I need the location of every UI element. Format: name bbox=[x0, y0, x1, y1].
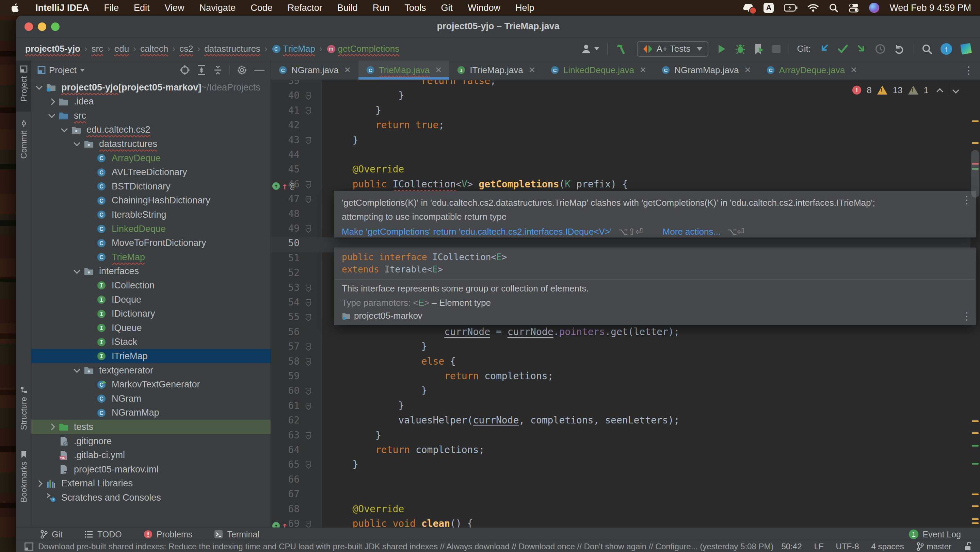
breadcrumb-item-caltech[interactable]: caltech bbox=[140, 44, 168, 54]
coverage-button[interactable] bbox=[754, 43, 764, 55]
stripe-mark[interactable] bbox=[972, 522, 978, 524]
close-tab-icon[interactable]: ✕ bbox=[744, 65, 751, 75]
tab-list-menu-icon[interactable]: ⋮ bbox=[964, 64, 980, 76]
select-opened-file-icon[interactable] bbox=[180, 65, 190, 75]
close-tab-icon[interactable]: ✕ bbox=[529, 65, 535, 75]
fold-marker-icon[interactable] bbox=[305, 432, 312, 441]
tree-item-src[interactable]: src bbox=[31, 108, 270, 123]
collapse-all-icon[interactable] bbox=[213, 65, 223, 75]
fold-marker-icon[interactable] bbox=[305, 195, 312, 204]
fold-marker-icon[interactable] bbox=[305, 107, 312, 116]
tree-item-itriemap[interactable]: IITrieMap bbox=[31, 349, 270, 363]
git-update-button[interactable] bbox=[819, 44, 829, 54]
code-line-69[interactable]: 69↑↑public void clean() { bbox=[271, 518, 980, 528]
tree-item-ngram[interactable]: CNGram bbox=[31, 392, 270, 406]
tree-item-triemap[interactable]: CTrieMap bbox=[31, 250, 270, 264]
battery-icon[interactable] bbox=[784, 4, 797, 11]
close-tab-icon[interactable]: ✕ bbox=[850, 65, 857, 75]
code-line-60[interactable]: 60} bbox=[271, 385, 980, 400]
breadcrumb-item-cs2[interactable]: cs2 bbox=[180, 44, 193, 54]
fold-marker-icon[interactable] bbox=[305, 299, 312, 308]
chevron-down-icon[interactable] bbox=[73, 267, 80, 274]
fold-marker-icon[interactable] bbox=[305, 343, 312, 352]
breadcrumb-item-getcompletions[interactable]: getCompletions bbox=[338, 44, 399, 54]
menu-intellij-idea[interactable]: IntelliJ IDEA bbox=[28, 3, 97, 13]
stripe-mark[interactable] bbox=[972, 121, 978, 122]
code-line-61[interactable]: 61} bbox=[271, 400, 980, 415]
code-line-66[interactable]: 66 bbox=[271, 474, 980, 489]
menu-file[interactable]: File bbox=[97, 3, 127, 13]
notification-icon[interactable] bbox=[743, 3, 753, 13]
menubar-clock[interactable]: Wed Feb 9 4:59 PM bbox=[889, 3, 971, 13]
fold-marker-icon[interactable] bbox=[305, 387, 312, 396]
tree-item-scratches-and-consoles[interactable]: Scratches and Consoles bbox=[31, 490, 270, 505]
stripe-tab-bookmarks[interactable]: Bookmarks bbox=[16, 446, 31, 514]
search-everywhere-icon[interactable] bbox=[921, 44, 932, 54]
stripe-mark[interactable] bbox=[972, 420, 978, 422]
menu-window[interactable]: Window bbox=[460, 3, 508, 13]
settings-gear-icon[interactable] bbox=[237, 65, 247, 76]
tree-item-external-libraries[interactable]: External Libraries bbox=[31, 476, 270, 491]
tab-itriemap-java[interactable]: IITrieMap.java✕ bbox=[449, 60, 543, 79]
breadcrumb-item-edu[interactable]: edu bbox=[115, 44, 129, 54]
chevron-down-icon[interactable] bbox=[73, 366, 80, 373]
tool-window-button-problems[interactable]: Problems bbox=[144, 530, 192, 539]
code-line-56[interactable]: 56currNode = currNode.pointers.get(lette… bbox=[271, 326, 980, 341]
tree-item--gitignore[interactable]: .gitignore bbox=[31, 434, 270, 448]
tree-item-istack[interactable]: IIStack bbox=[31, 335, 270, 349]
menu-refactor[interactable]: Refactor bbox=[280, 3, 330, 13]
rollback-button[interactable] bbox=[894, 44, 905, 54]
breadcrumb-item-src[interactable]: src bbox=[92, 44, 103, 54]
code-line-59[interactable]: 59return completions; bbox=[271, 370, 980, 385]
chevron-down-icon[interactable] bbox=[36, 83, 43, 90]
stop-button[interactable] bbox=[772, 45, 781, 53]
project-view-dropdown-icon[interactable] bbox=[80, 69, 85, 72]
editor-scrollbar[interactable] bbox=[971, 150, 979, 198]
chevron-right-icon[interactable] bbox=[48, 424, 55, 430]
spotlight-icon[interactable] bbox=[829, 3, 838, 13]
tab-linkeddeque-java[interactable]: CLinkedDeque.java✕ bbox=[543, 60, 654, 79]
status-message[interactable]: Download pre-built shared indexes: Reduc… bbox=[38, 542, 777, 551]
stripe-mark[interactable] bbox=[972, 142, 978, 144]
menu-run[interactable]: Run bbox=[365, 3, 397, 13]
code-line-41[interactable]: 41} bbox=[271, 105, 980, 120]
input-source-icon[interactable]: A bbox=[764, 3, 774, 13]
control-center-icon[interactable] bbox=[849, 3, 859, 13]
code-line-62[interactable]: 62valuesHelper(currNode, completions, se… bbox=[271, 415, 980, 430]
apple-icon[interactable] bbox=[11, 3, 19, 12]
tree-item-markovtextgenerator[interactable]: CMarkovTextGenerator bbox=[31, 378, 270, 392]
menu-edit[interactable]: Edit bbox=[126, 3, 157, 13]
breadcrumb-item-project05-yjo[interactable]: project05-yjo bbox=[25, 44, 80, 54]
menu-build[interactable]: Build bbox=[330, 3, 365, 13]
close-tab-icon[interactable]: ✕ bbox=[344, 65, 351, 75]
caret-position[interactable]: 50:42 bbox=[781, 542, 802, 551]
tab-triemap-java[interactable]: CTrieMap.java✕ bbox=[358, 60, 449, 79]
fold-marker-icon[interactable] bbox=[305, 92, 312, 101]
code-editor[interactable]: 39return false;40}41}42return true;43}44… bbox=[271, 80, 980, 528]
stripe-mark[interactable] bbox=[972, 505, 978, 507]
menu-code[interactable]: Code bbox=[243, 3, 280, 13]
tree-item-arraydeque[interactable]: CArrayDeque bbox=[31, 151, 270, 165]
fold-marker-icon[interactable] bbox=[305, 314, 312, 322]
menu-git[interactable]: Git bbox=[433, 3, 460, 13]
tree-item-datastructures[interactable]: datastructures bbox=[31, 137, 270, 151]
code-line-42[interactable]: 42return true; bbox=[271, 119, 980, 134]
breadcrumb-item-triemap[interactable]: TrieMap bbox=[283, 44, 315, 54]
quick-fix-link[interactable]: Make 'getCompletions' return 'edu.caltec… bbox=[342, 227, 612, 237]
tree-item-iterablestring[interactable]: CIterableString bbox=[31, 208, 270, 222]
stripe-mark[interactable] bbox=[972, 432, 978, 434]
tab-ngrammap-java[interactable]: CNGramMap.java✕ bbox=[654, 60, 759, 79]
fold-marker-icon[interactable] bbox=[305, 181, 312, 189]
tree-item-linkeddeque[interactable]: CLinkedDeque bbox=[31, 222, 270, 236]
code-line-57[interactable]: 57} bbox=[271, 341, 980, 356]
chevron-right-icon[interactable] bbox=[36, 480, 43, 487]
close-tab-icon[interactable]: ✕ bbox=[435, 65, 442, 75]
hide-panel-icon[interactable]: — bbox=[254, 67, 264, 73]
user-profile-button[interactable] bbox=[581, 43, 599, 55]
file-encoding[interactable]: UTF-8 bbox=[836, 542, 859, 551]
stripe-mark[interactable] bbox=[972, 463, 978, 465]
tree-item-edu-caltech-cs2[interactable]: edu.caltech.cs2 bbox=[31, 123, 270, 137]
tool-window-toggle-icon[interactable] bbox=[24, 542, 33, 550]
wifi-icon[interactable] bbox=[808, 4, 819, 12]
code-line-68[interactable]: 68@Override bbox=[271, 503, 980, 518]
